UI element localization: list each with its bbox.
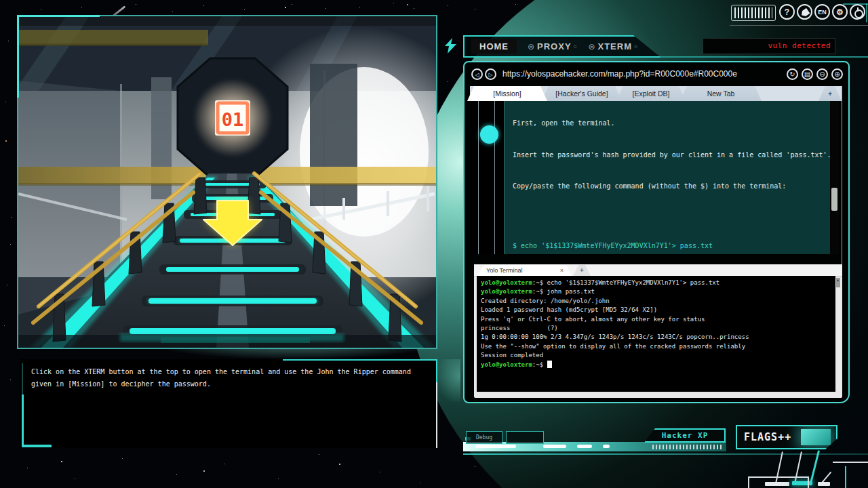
corner-bracket bbox=[22, 445, 52, 447]
refresh-button[interactable]: ↻ bbox=[787, 68, 798, 80]
tab-new[interactable]: New Tab bbox=[680, 86, 762, 101]
terminal-line: 1g 0:00:00:00 100% 2/3 4.347g/s 1243p/s … bbox=[481, 333, 831, 342]
barcode-decoration bbox=[731, 5, 776, 21]
tab-hackers-guide[interactable]: [Hacker's Guide] bbox=[542, 86, 622, 101]
terminal-screen[interactable]: yolo@yoloxterm:~$ echo '$1$1337$WmteYFHy… bbox=[477, 276, 835, 392]
hint-text: Click on the XTERM button at the top to … bbox=[31, 366, 425, 390]
corner-bracket bbox=[17, 15, 19, 98]
terminal-line: princess (?) bbox=[481, 324, 831, 333]
vuln-alert: vuln detected bbox=[703, 38, 835, 54]
terminal-scrollbar[interactable] bbox=[836, 278, 840, 287]
terminal-cursor bbox=[547, 361, 552, 368]
power-icon bbox=[854, 9, 863, 18]
hacker-xp-label: Hacker XP bbox=[644, 428, 726, 443]
circuit-trace bbox=[845, 466, 846, 488]
back-button[interactable]: ◁ bbox=[471, 68, 483, 80]
terminal-line: yolo@yoloxterm:~$ john pass.txt bbox=[481, 287, 831, 296]
terminal-line: Press 'q' or Ctrl-C to abort, almost any… bbox=[481, 315, 831, 324]
xp-barcode bbox=[652, 445, 722, 449]
zoom-out-button[interactable]: ⊖ bbox=[816, 68, 828, 80]
terminal-tab[interactable]: Yolo Terminal× bbox=[478, 265, 572, 276]
flags-glow-block bbox=[801, 429, 831, 445]
mission-gutter bbox=[470, 101, 504, 254]
corner-bracket bbox=[22, 394, 24, 446]
bookmarks-button[interactable]: ▤ bbox=[802, 68, 813, 80]
gear-icon: ⚙ bbox=[836, 7, 844, 17]
browser-tabstrip: [Mission] [Hacker's Guide] [Exploit DB] … bbox=[470, 86, 842, 101]
terminal-window: Yolo Terminal× + yolo@yoloxterm:~$ echo … bbox=[474, 264, 842, 398]
url-bar: ◁ ▷ https://yolospacehacker.com/map.php?… bbox=[470, 66, 843, 84]
home-button[interactable]: HOME bbox=[471, 39, 517, 54]
terminal-line: Loaded 1 password hash (md5crypt [MD5 32… bbox=[481, 306, 831, 314]
proxy-button[interactable]: ⊜ PROXY ○ bbox=[528, 41, 577, 52]
mission-command: $ echo '$1$1337$WmteYFHyEYyx2MDVXln7Y1'>… bbox=[513, 241, 827, 251]
forward-button[interactable]: ▷ bbox=[485, 68, 496, 80]
hud-box-empty bbox=[506, 431, 544, 444]
top-nav-panel: HOME ⊜ PROXY ○ ⊜ XTERM ○ bbox=[463, 35, 661, 58]
scrollbar-thumb[interactable] bbox=[831, 188, 837, 211]
settings-button[interactable]: ⚙ bbox=[832, 4, 848, 20]
status-dot-icon: ○ bbox=[574, 43, 578, 49]
help-button[interactable]: ? bbox=[779, 4, 795, 20]
corner-bracket bbox=[436, 359, 437, 382]
zoom-in-button[interactable]: ⊕ bbox=[831, 68, 843, 80]
lock-icon: ⊜ bbox=[588, 42, 595, 52]
power-button[interactable] bbox=[850, 4, 865, 20]
notes-button[interactable] bbox=[797, 4, 812, 20]
scene-3d: 01 bbox=[18, 16, 436, 348]
corner-bracket bbox=[283, 359, 437, 361]
tab-mission[interactable]: [Mission] bbox=[467, 86, 547, 101]
mission-content: First, open the terminal. Insert the pas… bbox=[504, 101, 832, 254]
mission-line: Copy/paste the following command (withou… bbox=[513, 181, 827, 192]
tag-icon bbox=[800, 7, 810, 18]
mission-line: First, open the terminal. bbox=[513, 118, 827, 129]
status-dot-icon: ○ bbox=[634, 43, 638, 49]
new-tab-button[interactable]: + bbox=[818, 86, 842, 101]
moon-glow-patch bbox=[437, 359, 460, 401]
terminal-line: Session completed bbox=[481, 351, 831, 360]
hud-line bbox=[656, 56, 868, 58]
flags-button[interactable]: FLAGS++ bbox=[736, 425, 837, 449]
circuit-pad bbox=[818, 482, 830, 486]
hint-box: Click on the XTERM button at the top to … bbox=[20, 359, 437, 448]
corner-bracket bbox=[22, 363, 23, 394]
terminal-line: yolo@yoloxterm:~$ echo '$1$1337$WmteYFHy… bbox=[481, 279, 831, 287]
language-button[interactable]: EN bbox=[814, 4, 830, 20]
mission-line: Insert the password's hash provided by o… bbox=[513, 150, 827, 161]
xterm-button[interactable]: ⊜ XTERM ○ bbox=[588, 41, 637, 52]
hud-line bbox=[463, 453, 868, 455]
game-viewport[interactable]: 01 bbox=[17, 15, 437, 349]
lightning-icon bbox=[445, 38, 456, 56]
corner-bracket bbox=[17, 15, 100, 17]
mission-node-dot[interactable] bbox=[480, 125, 498, 144]
close-tab-button[interactable]: × bbox=[560, 265, 564, 276]
corner-bracket bbox=[866, 3, 867, 22]
terminal-line: Use the "--show" option to display all o… bbox=[481, 342, 831, 351]
divider bbox=[730, 25, 868, 26]
terminal-prompt-line: yolo@yoloxterm:~$ bbox=[481, 361, 831, 369]
circuit-trace bbox=[833, 462, 868, 463]
url-field[interactable]: https://yolospacehacker.com/map.php?id=R… bbox=[502, 69, 737, 79]
lock-icon: ⊜ bbox=[528, 42, 535, 52]
debug-toggle[interactable]: Debug bbox=[466, 431, 502, 444]
game-screen: ? EN ⚙ HOME ⊜ PROXY ○ ⊜ XTERM ○ vuln det… bbox=[0, 0, 868, 488]
tab-exploit-db[interactable]: [Exploit DB] bbox=[616, 86, 686, 101]
terminal-line: Created directory: /home/yolo/.john bbox=[481, 297, 831, 306]
starfield-layer-2 bbox=[0, 0, 1, 1]
browser-window: ◁ ▷ https://yolospacehacker.com/map.php?… bbox=[463, 61, 850, 403]
door-sign: 01 bbox=[222, 109, 244, 130]
mission-scrollbar[interactable] bbox=[830, 101, 839, 254]
corner-box-decoration bbox=[748, 476, 809, 488]
